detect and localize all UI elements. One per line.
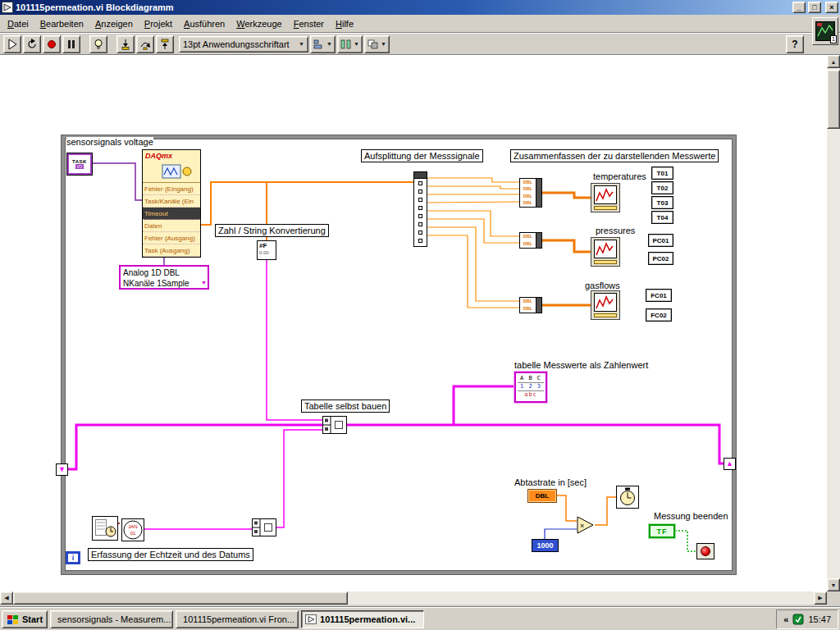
pause-button[interactable] <box>62 35 80 53</box>
chevron-down-icon: ▼ <box>201 277 207 288</box>
daqmx-terminal-fehler-ausgang[interactable]: Fehler (Ausgang) <box>143 232 200 244</box>
iteration-terminal[interactable]: i <box>66 551 80 564</box>
label-temperatures: temperatures <box>593 171 646 182</box>
loop-stop-terminal[interactable] <box>696 543 714 559</box>
indicator-T01[interactable]: T01 <box>651 167 673 180</box>
wire-split-1 <box>427 178 519 182</box>
daqmx-terminal-task-ausgang[interactable]: Task (Ausgang) <box>143 244 200 257</box>
indicator-T04[interactable]: T04 <box>651 211 673 224</box>
step-out-button[interactable] <box>156 35 174 53</box>
temperatures-chart-terminal[interactable] <box>591 183 620 212</box>
datetime-clock-node[interactable]: JAN01 <box>121 518 144 543</box>
align-objects-dropdown[interactable]: ▼ <box>310 35 336 53</box>
run-continuous-button[interactable] <box>23 35 41 53</box>
stop-control-terminal[interactable]: TF <box>649 524 675 538</box>
menu-datei[interactable]: Datei <box>2 16 34 31</box>
daqmx-node-icon: DAQmx <box>143 150 200 183</box>
menu-bearbeiten[interactable]: Bearbeiten <box>34 16 89 31</box>
distribute-objects-icon <box>340 39 352 49</box>
build-array-node[interactable] <box>252 518 276 538</box>
shift-register-down-icon: ▼ <box>58 465 66 473</box>
help-button[interactable]: ? <box>786 35 804 53</box>
menu-projekt[interactable]: Projekt <box>139 16 178 31</box>
menu-bar: Datei Bearbeiten Anzeigen Projekt Ausfüh… <box>0 15 840 33</box>
scroll-up-button[interactable]: ▲ <box>827 55 840 68</box>
menu-hilfe[interactable]: Hilfe <box>330 16 359 31</box>
scroll-right-button[interactable]: ▶ <box>814 591 827 605</box>
menu-anzeigen[interactable]: Anzeigen <box>89 16 139 31</box>
tray-status-icon[interactable] <box>792 614 804 625</box>
label-abtastrate: Abtastrate in [sec] <box>514 477 587 488</box>
polymorphic-selector[interactable]: Analog 1D DBL NKanäle 1Sample ▼ <box>119 265 209 290</box>
tray-expand-button[interactable]: « <box>783 614 788 624</box>
merge-signals-temperatures[interactable]: DBL DBL DBL DBL <box>519 178 542 208</box>
taskbar-item-block-diagram[interactable]: 101115permeation.vi... <box>301 610 424 628</box>
step-into-button[interactable] <box>116 35 135 53</box>
scroll-left-button[interactable]: ◀ <box>0 591 13 605</box>
vertical-scroll-thumb[interactable] <box>827 70 840 129</box>
indicator-PC02[interactable]: PC02 <box>648 252 673 265</box>
chevron-down-icon: ▼ <box>299 41 304 47</box>
wire-split-8 <box>427 235 519 308</box>
abtastrate-control-terminal[interactable]: DBL <box>527 489 557 503</box>
taskbar-item-sensorsignals[interactable]: sensorsignals - Measurem... <box>50 610 173 628</box>
table-icon-row: A B C <box>518 375 544 383</box>
build-table-node[interactable] <box>322 416 347 436</box>
indicator-FC01[interactable]: FC01 <box>646 289 672 302</box>
close-button[interactable]: × <box>825 2 838 13</box>
waveform-chart-icon <box>591 237 620 267</box>
daqmx-terminal-task-kanaele[interactable]: Task/Kanäle (Ein <box>143 195 200 208</box>
maximize-button[interactable]: □ <box>808 2 821 13</box>
table-indicator-terminal[interactable]: A B C 1 2 3 abc <box>514 372 547 403</box>
taskbar-item-front-panel[interactable]: 101115permeation.vi Fron... <box>176 610 299 628</box>
menu-ausfuehren[interactable]: Ausführen <box>178 16 231 31</box>
label-tabelle-bauen: Tabelle selbst bauen <box>301 399 390 413</box>
title-bar[interactable]: 101115permeation.vi Blockdiagramm _ □ × <box>0 0 840 15</box>
wire-temperatures <box>542 193 591 198</box>
step-over-button[interactable] <box>136 35 154 53</box>
minimize-button[interactable]: _ <box>792 2 806 13</box>
merge-icon <box>536 298 541 313</box>
daqmx-terminal-fehler-eingang[interactable]: Fehler (Eingang) <box>143 183 200 195</box>
indicator-PC01[interactable]: PC01 <box>648 234 673 247</box>
pressures-chart-terminal[interactable] <box>591 237 620 267</box>
menu-werkzeuge[interactable]: Werkzeuge <box>231 16 287 31</box>
multiply-icon: × <box>577 516 595 534</box>
run-button[interactable] <box>3 35 21 53</box>
number-to-string-node[interactable]: #F 0.00 <box>257 240 276 260</box>
scroll-down-button[interactable]: ▼ <box>827 578 840 591</box>
daqmx-task-constant[interactable]: TASK I/O <box>67 153 92 175</box>
split-signals-node[interactable] <box>413 171 427 247</box>
daqmx-read-node[interactable]: DAQmx Fehler (Eingang) Task/Kanäle (Ein … <box>142 149 201 258</box>
reorder-dropdown[interactable]: ▼ <box>364 35 390 53</box>
vertical-scrollbar[interactable]: ▲ ▼ <box>827 55 840 591</box>
gasflows-chart-terminal[interactable] <box>591 290 620 320</box>
daqmx-terminal-daten[interactable]: Daten <box>143 220 200 232</box>
indicator-T02[interactable]: T02 <box>651 181 673 194</box>
vi-icon-pane[interactable]: 1 <box>812 17 838 45</box>
shift-register-left[interactable]: ▼ <box>56 463 68 476</box>
block-diagram-canvas[interactable]: sensorsignals voltage Aufsplittung der M… <box>0 55 827 591</box>
shift-register-right[interactable]: ▲ <box>724 458 736 470</box>
indicator-T03[interactable]: T03 <box>651 196 673 209</box>
merge-signals-gasflows[interactable]: DBL DBL <box>519 297 542 313</box>
wait-ms-node[interactable] <box>616 486 639 510</box>
taskbar-item-label: 101115permeation.vi Fron... <box>183 614 294 624</box>
daqmx-logo: DAQmx <box>145 152 172 160</box>
menu-fenster[interactable]: Fenster <box>288 16 330 31</box>
abort-button[interactable] <box>43 35 61 53</box>
distribute-objects-dropdown[interactable]: ▼ <box>337 35 363 53</box>
numeric-constant-1000[interactable]: 1000 <box>532 539 559 552</box>
horizontal-scrollbar[interactable]: ◀ ▶ <box>0 591 827 605</box>
horizontal-scroll-thumb[interactable] <box>13 591 348 605</box>
daqmx-terminal-timeout[interactable]: Timeout <box>143 208 200 220</box>
merge-signals-pressures[interactable]: DBL DBL <box>519 232 542 249</box>
start-button[interactable]: Start <box>2 610 48 628</box>
waveform-chart-icon <box>591 290 620 320</box>
highlight-execution-button[interactable] <box>89 35 107 53</box>
datetime-string-node[interactable] <box>92 516 118 542</box>
indicator-FC02[interactable]: FC02 <box>646 308 672 322</box>
clock-day-text: 01 <box>130 531 136 536</box>
font-selector[interactable]: 13pt Anwendungsschriftart ▼ <box>179 36 308 52</box>
multiply-node[interactable]: × <box>577 516 595 536</box>
